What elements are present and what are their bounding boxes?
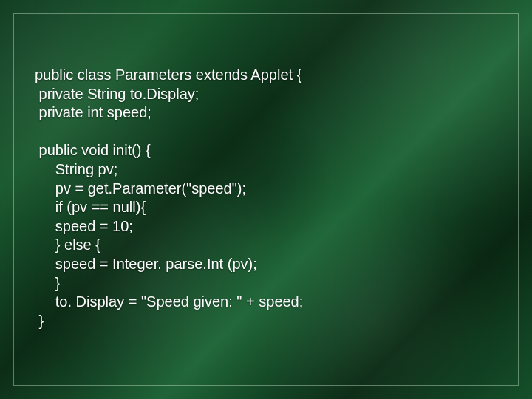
- code-line: public void init() {: [35, 142, 151, 158]
- code-line: public class Parameters extends Applet {: [35, 66, 301, 83]
- code-line: to. Display = "Speed given: " + speed;: [35, 293, 303, 310]
- code-line: pv = get.Parameter("speed");: [35, 180, 246, 197]
- slide-frame: public class Parameters extends Applet {…: [13, 13, 519, 386]
- code-line: }: [35, 313, 44, 329]
- code-line: if (pv == null){: [35, 199, 146, 215]
- code-line: speed = 10;: [35, 218, 133, 234]
- code-block: public class Parameters extends Applet {…: [35, 66, 503, 330]
- code-line: private int speed;: [35, 104, 151, 120]
- code-line: }: [35, 275, 60, 291]
- code-line: } else {: [35, 236, 100, 253]
- code-line: String pv;: [35, 161, 117, 177]
- code-line: speed = Integer. parse.Int (pv);: [35, 256, 257, 272]
- code-line: private String to.Display;: [35, 86, 199, 102]
